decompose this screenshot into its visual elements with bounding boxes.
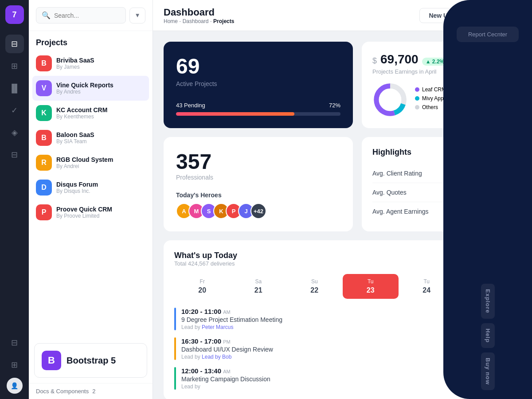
project-name-proove: Proove Quick CRM (56, 206, 145, 213)
side-buttons: Explore Help Buy now (481, 284, 495, 390)
day-number: 22 (310, 286, 318, 294)
right-panel: Report Cecnter Explore Help Buy now (443, 0, 532, 399)
highlight-label: Avg. Client Rating (372, 170, 422, 177)
event-time: 10:20 - 11:00 AM (181, 308, 479, 315)
search-icon: 🔍 (42, 11, 51, 20)
project-by-baloon: By SIA Team (56, 138, 145, 145)
project-item-kc[interactable]: K KC Account CRM By Keenthemes (32, 101, 149, 125)
project-by-vine: By Andres (56, 89, 145, 95)
project-item-briviba[interactable]: B Briviba SaaS By James (32, 51, 149, 76)
project-item-vine[interactable]: V Vine Quick Reports By Andres (32, 76, 149, 101)
event-lead: Lead by Lead by Bob (181, 354, 479, 360)
project-icon-disqus: D (36, 180, 52, 196)
event-title: 9 Degree Project Estimation Meeting (181, 316, 479, 323)
buy-now-button[interactable]: Buy now (481, 352, 495, 390)
topbar-title-area: Dashboard Home - Dashboard - Projects (164, 7, 234, 24)
event-lead-link[interactable]: Lead by Bob (202, 354, 231, 360)
project-icon-kc: K (36, 105, 52, 121)
calendar-day[interactable]: Fr 20 (174, 274, 231, 299)
project-name-briviba: Briviba SaaS (56, 57, 145, 64)
legend-dot (415, 87, 419, 92)
project-info-disqus: Disqus Forum By Disqus Inc. (56, 181, 145, 194)
docs-label: Docs & Components (36, 388, 89, 395)
highlight-label: Avg. Quotes (372, 189, 407, 196)
breadcrumb: Home - Dashboard - Projects (164, 18, 234, 24)
event-bar (174, 308, 176, 330)
pending-label: 43 Pending (176, 102, 205, 109)
day-number: 23 (367, 286, 375, 294)
filter-button[interactable]: ▼ (129, 8, 145, 23)
search-input[interactable] (54, 12, 120, 19)
search-box[interactable]: 🔍 (36, 7, 126, 23)
event-title: Dashboard UI/UX Design Review (181, 346, 479, 353)
event-ampm: PM (223, 339, 231, 344)
nav-icon-settings[interactable]: ⊟ (5, 333, 24, 352)
legend-name: Others (422, 104, 438, 110)
project-info-kc: KC Account CRM By Keenthemes (56, 106, 145, 120)
nav-icon-grid2[interactable]: ⊞ (5, 356, 24, 374)
calendar-day[interactable]: Su 22 (286, 274, 343, 299)
nav-bar: 7 ⊟ ⊞ ▐▌ ✓ ◈ ⊟ ⊟ ⊞ 👤 (0, 0, 29, 399)
professionals-number: 357 (176, 149, 340, 174)
nav-icon-dashboard[interactable]: ⊟ (5, 35, 24, 53)
calendar-day[interactable]: Tu 23 (343, 274, 399, 299)
breadcrumb-dashboard[interactable]: Dashboard (183, 18, 209, 24)
project-icon-briviba: B (36, 55, 52, 71)
nav-user-avatar[interactable]: 👤 (7, 378, 23, 394)
help-button[interactable]: Help (481, 323, 495, 348)
bootstrap-label: Bootstrap 5 (66, 356, 116, 366)
breadcrumb-home[interactable]: Home (164, 18, 178, 24)
day-name: Fr (200, 278, 205, 285)
project-by-briviba: By James (56, 64, 145, 70)
earnings-currency: $ (372, 56, 377, 66)
professionals-card: 357 Professionals Today's Heroes AMSKPJ+… (164, 137, 353, 231)
bootstrap-banner[interactable]: B Bootstrap 5 (34, 343, 147, 378)
nav-icon-chart[interactable]: ▐▌ (5, 79, 24, 98)
nav-icon-briefcase[interactable]: ⊟ (5, 145, 24, 164)
sidebar-bottom-bar[interactable]: Docs & Components 2 (29, 383, 153, 399)
project-info-briviba: Briviba SaaS By James (56, 57, 145, 70)
pending-row: 43 Pending 72% (176, 102, 340, 116)
pending-pct: 72% (329, 102, 340, 109)
project-name-disqus: Disqus Forum (56, 181, 145, 188)
event-content: 10:20 - 11:00 AM 9 Degree Project Estima… (181, 308, 479, 330)
nav-icon-check[interactable]: ✓ (5, 101, 24, 120)
project-item-rgb[interactable]: R RGB Cloud System By Andrei (32, 150, 149, 175)
event-content: 16:30 - 17:00 PM Dashboard UI/UX Design … (181, 337, 479, 360)
calendar-day[interactable]: Sa 21 (231, 274, 287, 299)
earnings-amount: 69,700 (380, 52, 419, 66)
nav-icon-layers[interactable]: ◈ (5, 123, 24, 142)
breadcrumb-current: Projects (213, 18, 234, 24)
project-item-proove[interactable]: P Proove Quick CRM By Proove Limited (32, 200, 149, 225)
day-number: 20 (198, 286, 206, 294)
heroes-title: Today's Heroes (176, 192, 340, 199)
project-info-vine: Vine Quick Reports By Andres (56, 82, 145, 95)
highlight-label: Avg. Agent Earnings (372, 208, 429, 215)
avatars-row: AMSKPJ+42 (176, 203, 340, 219)
active-projects-label: Active Projects (176, 80, 340, 87)
project-info-rgb: RGB Cloud System By Andrei (56, 156, 145, 169)
event-ampm: AM (223, 309, 231, 315)
day-name: Su (311, 278, 318, 285)
project-info-baloon: Baloon SaaS By SIA Team (56, 131, 145, 145)
project-icon-baloon: B (36, 130, 52, 146)
donut-chart (372, 82, 408, 117)
nav-icon-grid[interactable]: ⊞ (5, 57, 24, 75)
legend-name: Mivy App (422, 95, 444, 102)
event-lead-link[interactable]: Peter Marcus (202, 324, 233, 330)
report-center-button[interactable]: Report Cecnter (457, 27, 519, 42)
explore-button[interactable]: Explore (481, 284, 495, 319)
nav-avatar[interactable]: 7 (5, 5, 24, 24)
event-content: 12:00 - 13:40 AM Marketing Campaign Disc… (181, 367, 479, 390)
project-by-disqus: By Disqus Inc. (56, 188, 145, 194)
event-time: 12:00 - 13:40 AM (181, 367, 479, 375)
professionals-label: Professionals (176, 174, 340, 181)
project-item-disqus[interactable]: D Disqus Forum By Disqus Inc. (32, 175, 149, 200)
project-item-baloon[interactable]: B Baloon SaaS By SIA Team (32, 125, 149, 150)
active-projects-card: 69 Active Projects 43 Pending 72% (164, 42, 353, 128)
progress-bar-fill (176, 112, 294, 116)
hero-avatar[interactable]: +42 (250, 203, 266, 219)
event-ampm: AM (223, 369, 231, 374)
day-number: 24 (422, 286, 430, 294)
project-icon-rgb: R (36, 155, 52, 171)
